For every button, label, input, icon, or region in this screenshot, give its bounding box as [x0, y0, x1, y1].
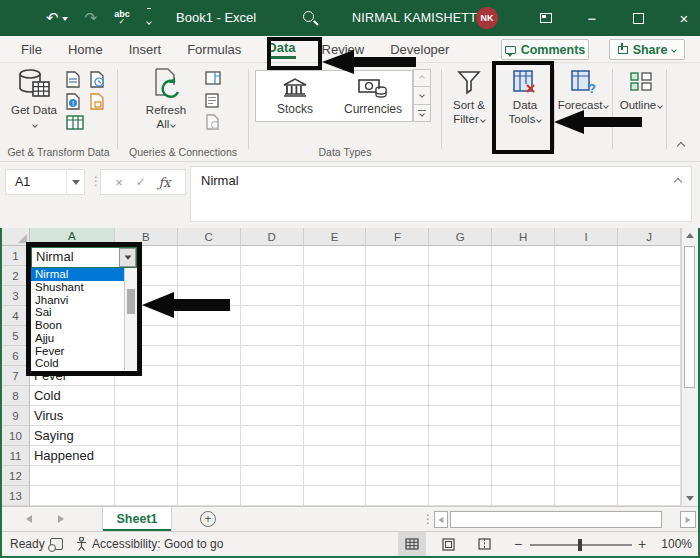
cell-H11[interactable] — [492, 446, 555, 466]
refresh-all-button[interactable]: Refresh All — [138, 68, 194, 132]
properties-icon[interactable] — [205, 93, 219, 108]
scroll-up-button[interactable] — [682, 228, 698, 243]
cell-A9[interactable]: Virus — [30, 406, 115, 426]
cell-I6[interactable] — [555, 346, 618, 366]
dropdown-item[interactable]: Shushant — [31, 281, 137, 294]
cell-I9[interactable] — [555, 406, 618, 426]
dropdown-arrow-button[interactable] — [119, 248, 136, 267]
previous-sheet-button[interactable] — [26, 515, 32, 523]
cell-J11[interactable] — [618, 446, 681, 466]
page-break-preview-button[interactable] — [470, 532, 498, 556]
cell-J9[interactable] — [618, 406, 681, 426]
redo-button[interactable]: ↷ — [85, 9, 98, 27]
cell-J8[interactable] — [618, 386, 681, 406]
cell-E11[interactable] — [304, 446, 367, 466]
row-header-10[interactable]: 10 — [2, 426, 30, 446]
cell-D12[interactable] — [241, 466, 304, 486]
dropdown-scrollbar-thumb[interactable] — [127, 289, 135, 314]
name-box[interactable]: A1 — [5, 169, 85, 195]
cell-J4[interactable] — [618, 306, 681, 326]
cell-H8[interactable] — [492, 386, 555, 406]
cell-E7[interactable] — [304, 366, 367, 386]
search-icon[interactable] — [303, 11, 314, 22]
cell-G10[interactable] — [429, 426, 492, 446]
cell-H6[interactable] — [492, 346, 555, 366]
column-header-E[interactable]: E — [304, 228, 367, 246]
column-header-J[interactable]: J — [618, 228, 681, 246]
cell-B10[interactable] — [115, 426, 178, 446]
cell-A10[interactable]: Saying — [30, 426, 115, 446]
column-header-C[interactable]: C — [178, 228, 241, 246]
cell-E8[interactable] — [304, 386, 367, 406]
cell-J2[interactable] — [618, 266, 681, 286]
collapse-formula-bar-button[interactable] — [674, 178, 682, 186]
spellcheck-button[interactable]: abc ✓ — [114, 10, 130, 26]
cell-G5[interactable] — [429, 326, 492, 346]
normal-view-button[interactable] — [398, 532, 426, 556]
accessibility-checker[interactable]: Accessibility: Good to go — [76, 537, 223, 551]
cell-F3[interactable] — [366, 286, 429, 306]
column-header-D[interactable]: D — [241, 228, 304, 246]
cell-G4[interactable] — [429, 306, 492, 326]
tab-insert[interactable]: Insert — [116, 36, 175, 63]
tab-home[interactable]: Home — [55, 36, 116, 63]
tab-splitter[interactable]: ⋮ — [422, 512, 434, 526]
workbook-links-icon[interactable] — [205, 114, 220, 130]
cell-J10[interactable] — [618, 426, 681, 446]
cell-I3[interactable] — [555, 286, 618, 306]
cell-C8[interactable] — [178, 386, 241, 406]
cell-F5[interactable] — [366, 326, 429, 346]
cell-H5[interactable] — [492, 326, 555, 346]
cell-G7[interactable] — [429, 366, 492, 386]
cell-A12[interactable] — [30, 466, 115, 486]
horizontal-scrollbar-thumb[interactable] — [450, 511, 662, 528]
cell-B8[interactable] — [115, 386, 178, 406]
cell-H2[interactable] — [492, 266, 555, 286]
column-header-I[interactable]: I — [555, 228, 618, 246]
minimize-button[interactable]: − — [584, 10, 600, 26]
cell-B11[interactable] — [115, 446, 178, 466]
cell-E5[interactable] — [304, 326, 367, 346]
cell-J12[interactable] — [618, 466, 681, 486]
cell-H10[interactable] — [492, 426, 555, 446]
cell-J13[interactable] — [618, 486, 681, 506]
sort-filter-button[interactable]: Sort & Filter — [444, 69, 494, 127]
cell-I5[interactable] — [555, 326, 618, 346]
cell-D7[interactable] — [241, 366, 304, 386]
cell-H13[interactable] — [492, 486, 555, 506]
cell-H9[interactable] — [492, 406, 555, 426]
row-header-13[interactable]: 13 — [2, 486, 30, 506]
dropdown-item[interactable]: Cold — [31, 357, 137, 370]
column-header-G[interactable]: G — [429, 228, 492, 246]
row-header-11[interactable]: 11 — [2, 446, 30, 466]
cell-G1[interactable] — [429, 246, 492, 266]
next-sheet-button[interactable] — [58, 515, 64, 523]
undo-button[interactable]: ↶ — [46, 9, 68, 27]
cell-C5[interactable] — [178, 326, 241, 346]
cell-I10[interactable] — [555, 426, 618, 446]
cell-A8[interactable]: Cold — [30, 386, 115, 406]
scroll-left-button[interactable] — [434, 511, 448, 528]
vertical-scrollbar-thumb[interactable] — [684, 246, 695, 388]
cell-C6[interactable] — [178, 346, 241, 366]
cell-B12[interactable] — [115, 466, 178, 486]
enter-button[interactable]: ✓ — [136, 175, 146, 189]
cell-D11[interactable] — [241, 446, 304, 466]
cell-I7[interactable] — [555, 366, 618, 386]
cell-A11[interactable]: Happened — [30, 446, 115, 466]
collapse-ribbon-button[interactable] — [678, 135, 684, 153]
queries-connections-icon[interactable] — [205, 71, 221, 85]
dropdown-item[interactable]: Sai — [31, 306, 137, 319]
zoom-slider-thumb[interactable] — [578, 539, 582, 551]
cell-J1[interactable] — [618, 246, 681, 266]
cell-G9[interactable] — [429, 406, 492, 426]
cell-J5[interactable] — [618, 326, 681, 346]
cell-E3[interactable] — [304, 286, 367, 306]
close-button[interactable]: × — [676, 10, 692, 26]
cell-G6[interactable] — [429, 346, 492, 366]
cell-C13[interactable] — [178, 486, 241, 506]
cell-H1[interactable] — [492, 246, 555, 266]
cell-D1[interactable] — [241, 246, 304, 266]
cell-H7[interactable] — [492, 366, 555, 386]
cell-E2[interactable] — [304, 266, 367, 286]
